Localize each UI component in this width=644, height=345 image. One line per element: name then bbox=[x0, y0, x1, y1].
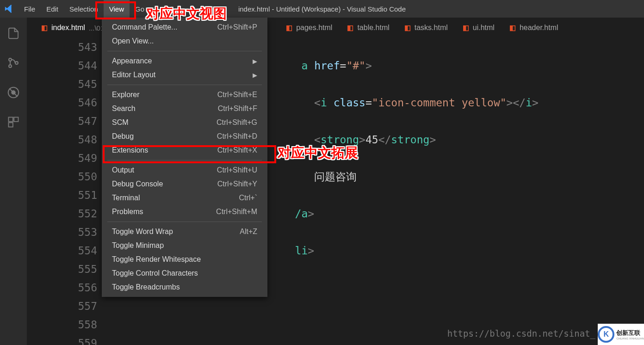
dd-debug[interactable]: DebugCtrl+Shift+D bbox=[102, 129, 267, 143]
svg-rect-7 bbox=[9, 123, 13, 127]
brand-badge: K 创新互联 CHUANG XINHULIAN bbox=[598, 324, 644, 345]
dd-separator bbox=[107, 160, 262, 160]
svg-point-1 bbox=[9, 65, 12, 68]
line-number: 547 bbox=[27, 112, 97, 130]
line-number: 549 bbox=[27, 149, 97, 167]
tab-table[interactable]: ◧ table.html bbox=[340, 18, 396, 38]
line-number: 543 bbox=[27, 38, 97, 56]
menubar: File Edit Selection View Go bbox=[19, 0, 150, 18]
line-number: 544 bbox=[27, 56, 97, 75]
svg-rect-6 bbox=[14, 117, 18, 122]
window-title: index.html - Untitled (Workspace) - Visu… bbox=[238, 5, 406, 13]
line-number: 551 bbox=[27, 186, 97, 204]
tab-label: pages.html bbox=[296, 24, 332, 32]
svg-rect-5 bbox=[9, 117, 13, 122]
explorer-icon[interactable] bbox=[6, 26, 21, 41]
svg-point-4 bbox=[12, 91, 15, 94]
dd-extensions[interactable]: ExtensionsCtrl+Shift+X bbox=[102, 143, 267, 157]
chevron-right-icon: ▶ bbox=[253, 72, 257, 79]
extensions-icon[interactable] bbox=[6, 115, 21, 129]
chevron-right-icon: ▶ bbox=[253, 58, 257, 65]
svg-point-0 bbox=[9, 58, 12, 61]
source-control-icon[interactable] bbox=[6, 55, 21, 70]
menu-file[interactable]: File bbox=[19, 0, 41, 18]
dd-terminal[interactable]: TerminalCtrl+` bbox=[102, 191, 267, 205]
line-gutter: 543 544 545 546 547 548 549 550 551 552 … bbox=[27, 38, 109, 345]
line-number: 548 bbox=[27, 130, 97, 149]
vscode-logo bbox=[0, 4, 19, 14]
view-dropdown: Command Palette...Ctrl+Shift+P Open View… bbox=[102, 18, 267, 297]
line-number: 552 bbox=[27, 204, 97, 223]
watermark-url: https://blog.csdn.net/sinat_ bbox=[447, 328, 595, 339]
tab-label: table.html bbox=[357, 24, 389, 32]
line-number: 553 bbox=[27, 223, 97, 241]
activity-bar bbox=[0, 18, 27, 345]
tab-pages[interactable]: ◧ pages.html bbox=[279, 18, 340, 38]
tab-label: tasks.html bbox=[415, 24, 448, 32]
menu-selection[interactable]: Selection bbox=[64, 0, 104, 18]
html-icon: ◧ bbox=[286, 24, 292, 32]
annotation-label-view: 对应中文视图 bbox=[146, 5, 227, 23]
line-number: 555 bbox=[27, 260, 97, 278]
brand-icon: K bbox=[598, 326, 614, 343]
debug-icon[interactable] bbox=[6, 85, 21, 100]
dd-toggle-control-chars[interactable]: Toggle Control Characters bbox=[102, 266, 267, 280]
html-icon: ◧ bbox=[463, 24, 469, 32]
dd-debug-console[interactable]: Debug ConsoleCtrl+Shift+Y bbox=[102, 177, 267, 191]
dd-separator bbox=[107, 85, 262, 85]
dd-appearance[interactable]: Appearance▶ bbox=[102, 54, 267, 68]
dd-toggle-word-wrap[interactable]: Toggle Word WrapAlt+Z bbox=[102, 225, 267, 239]
tab-label: index.html bbox=[51, 24, 85, 32]
brand-subtext: CHUANG XINHULIAN bbox=[616, 337, 644, 340]
dd-open-view[interactable]: Open View... bbox=[102, 34, 267, 48]
svg-point-2 bbox=[15, 62, 18, 64]
line-number: 550 bbox=[27, 167, 97, 186]
menu-view[interactable]: View bbox=[104, 0, 130, 18]
brand-text: 创新互联 bbox=[616, 329, 644, 337]
line-number: 546 bbox=[27, 93, 97, 112]
tab-label: header.html bbox=[520, 24, 558, 32]
dd-separator bbox=[107, 222, 262, 222]
line-number: 554 bbox=[27, 241, 97, 260]
line-number: 559 bbox=[27, 334, 97, 345]
dd-problems[interactable]: ProblemsCtrl+Shift+M bbox=[102, 205, 267, 219]
tab-tasks[interactable]: ◧ tasks.html bbox=[397, 18, 455, 38]
html-icon: ◧ bbox=[41, 24, 48, 32]
dd-editor-layout[interactable]: Editor Layout▶ bbox=[102, 68, 267, 82]
html-icon: ◧ bbox=[347, 24, 353, 32]
titlebar: File Edit Selection View Go index.html -… bbox=[0, 0, 644, 18]
menu-edit[interactable]: Edit bbox=[41, 0, 64, 18]
dd-toggle-whitespace[interactable]: Toggle Render Whitespace bbox=[102, 253, 267, 266]
dd-scm[interactable]: SCMCtrl+Shift+G bbox=[102, 116, 267, 129]
line-number: 556 bbox=[27, 278, 97, 297]
dd-toggle-breadcrumbs[interactable]: Toggle Breadcrumbs bbox=[102, 280, 267, 294]
annotation-label-extensions: 对应中文拓展 bbox=[278, 144, 358, 162]
line-number: 558 bbox=[27, 315, 97, 334]
tab-label: ui.html bbox=[473, 24, 495, 32]
dd-output[interactable]: OutputCtrl+Shift+U bbox=[102, 163, 267, 177]
tab-header[interactable]: ◧ header.html bbox=[502, 18, 566, 38]
dd-search[interactable]: SearchCtrl+Shift+F bbox=[102, 102, 267, 116]
dd-toggle-minimap[interactable]: Toggle Minimap bbox=[102, 239, 267, 253]
dd-explorer[interactable]: ExplorerCtrl+Shift+E bbox=[102, 88, 267, 102]
tab-ui[interactable]: ◧ ui.html bbox=[455, 18, 502, 38]
line-number: 545 bbox=[27, 75, 97, 93]
dd-separator bbox=[107, 51, 262, 51]
html-icon: ◧ bbox=[404, 24, 411, 32]
html-icon: ◧ bbox=[509, 24, 516, 32]
line-number: 557 bbox=[27, 297, 97, 315]
